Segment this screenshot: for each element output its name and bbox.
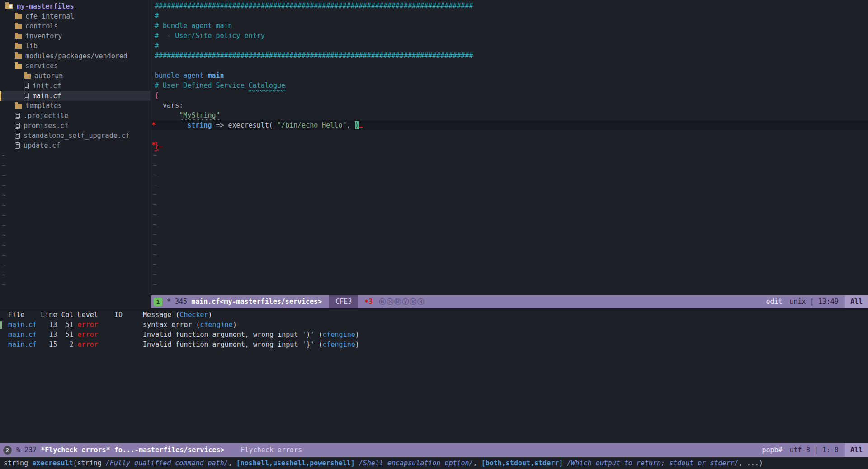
empty-line-tilde: ~: [0, 220, 151, 230]
empty-line-tilde: ~: [0, 180, 151, 190]
emacs-frame: my-masterfiles cfe_internalcontrolsinven…: [0, 0, 868, 469]
scroll-position-indicator: All: [845, 443, 868, 457]
error-message: syntax error (: [143, 321, 200, 329]
tree-item-promises-cf[interactable]: promises.cf: [0, 121, 151, 131]
major-mode-indicator[interactable]: Flycheck errors: [241, 446, 302, 454]
error-checker: cfengine: [200, 321, 233, 329]
tree-item-modules-packages-vendored[interactable]: modules/packages/vendored: [0, 51, 151, 61]
error-checker: cfengine: [322, 341, 355, 349]
code-segment: ,: [228, 459, 236, 467]
tree-item-autorun[interactable]: autorun: [0, 71, 151, 81]
tree-item-inventory[interactable]: inventory: [0, 31, 151, 41]
flycheck-error-row[interactable]: main.cf 13 51 error Invalid function arg…: [0, 330, 868, 340]
tree-item-cfe-internal[interactable]: cfe_internal: [0, 11, 151, 21]
tree-item-label: .projectile: [24, 111, 68, 121]
empty-line-tilde: ~: [0, 280, 151, 290]
buffer-state-indicator: % 237: [16, 446, 37, 454]
empty-line-tilde: ~: [151, 240, 868, 250]
editor-line-14[interactable]: [151, 130, 868, 140]
empty-line-tilde: ~: [151, 160, 868, 170]
code-segment: [563, 459, 567, 467]
folder-icon: [15, 44, 22, 49]
encoding-and-position: unix | 13:49: [790, 298, 839, 306]
editor-line-13[interactable]: * string => execresult( "/bin/echo Hello…: [151, 120, 868, 130]
flycheck-error-rows: main.cf 13 51 error syntax error (cfengi…: [0, 320, 868, 350]
code-segment: # User Defined Service: [155, 81, 249, 90]
buffer-name: main.cf<my-masterfiles/services>: [191, 298, 322, 306]
tree-item-controls[interactable]: controls: [0, 21, 151, 31]
tree-root-item[interactable]: my-masterfiles: [0, 1, 151, 11]
empty-line-tilde: ~: [151, 250, 868, 260]
tree-item-lib[interactable]: lib: [0, 41, 151, 51]
tree-item-init-cf[interactable]: init.cf: [0, 81, 151, 91]
editor-line-12[interactable]: "MyString": [151, 110, 868, 120]
empty-line-tilde: ~: [0, 240, 151, 250]
empty-line-tilde: ~: [0, 260, 151, 270]
error-file: main.cf: [0, 341, 37, 349]
editor-line-7[interactable]: [151, 61, 868, 71]
checker-column-header: Checker: [179, 311, 208, 319]
editor-line-5[interactable]: #: [151, 41, 868, 51]
code-segment: string: [187, 121, 212, 129]
tree-item-label: controls: [25, 21, 58, 31]
code-segment: vars:: [155, 101, 183, 109]
code-segment: # - User/Site policy entry: [155, 32, 265, 40]
folder-icon: [15, 14, 22, 19]
editor-line-11[interactable]: vars:: [151, 100, 868, 110]
file-tree-sidebar: my-masterfiles cfe_internalcontrolsinven…: [0, 0, 151, 308]
code-segment: /Which output to return; stdout or stder…: [567, 459, 738, 467]
editor-window[interactable]: ########################################…: [151, 0, 868, 295]
tree-item-services[interactable]: services: [0, 61, 151, 71]
editor-line-4[interactable]: # - User/Site policy entry: [151, 31, 868, 41]
editor-line-2[interactable]: #: [151, 11, 868, 21]
error-position: 15 2: [37, 341, 77, 349]
empty-line-tilde: ~: [151, 200, 868, 210]
code-segment: [155, 111, 179, 119]
code-segment: ########################################…: [155, 2, 473, 10]
editor-line-15[interactable]: *}: [151, 140, 868, 150]
tree-item-update-cf[interactable]: update.cf: [0, 141, 151, 151]
error-message: Invalid function argument, wrong input '…: [143, 341, 322, 349]
tree-item-main-cf[interactable]: main.cf: [0, 91, 151, 101]
editor-line-6[interactable]: ########################################…: [151, 51, 868, 61]
empty-line-tilde: ~: [0, 161, 151, 171]
error-level: error: [78, 321, 98, 329]
editor-line-1[interactable]: ########################################…: [151, 1, 868, 11]
project-root-label: my-masterfiles: [17, 1, 74, 11]
flycheck-window-modeline: 2 % 237 *Flycheck errors* fo...-masterfi…: [0, 443, 868, 457]
empty-line-tilde: ~: [0, 210, 151, 220]
flycheck-header-row: File Line Col Level ID Message (Checker): [0, 310, 868, 320]
code-segment: execresult: [32, 459, 73, 467]
tree-empty-lines: ~~~~~~~~~~~~~~: [0, 151, 151, 290]
error-message: Invalid function argument, wrong input '…: [143, 331, 322, 339]
tree-item--projectile[interactable]: .projectile: [0, 111, 151, 121]
flycheck-error-count[interactable]: •3: [364, 298, 373, 306]
tree-item-label: services: [25, 61, 58, 71]
buffer-name: *Flycheck errors* fo...-masterfiles/serv…: [41, 446, 224, 454]
error-underline-mark: [159, 141, 163, 147]
empty-line-tilde: ~: [0, 230, 151, 240]
code-segment: main: [208, 71, 224, 80]
tree-item-label: inventory: [25, 31, 62, 41]
flycheck-error-row[interactable]: main.cf 13 51 error syntax error (cfengi…: [0, 320, 868, 330]
list-cursor-bar: [0, 321, 2, 329]
tree-item-label: update.cf: [24, 141, 60, 151]
code-segment: #: [155, 12, 159, 20]
major-mode-indicator[interactable]: CFE3: [329, 295, 358, 308]
editor-line-10[interactable]: {: [151, 90, 868, 100]
code-segment: [355, 459, 359, 467]
flycheck-error-row[interactable]: main.cf 15 2 error Invalid function argu…: [0, 340, 868, 350]
error-file: main.cf: [0, 321, 37, 329]
code-segment: (string: [73, 459, 106, 467]
editor-line-8[interactable]: bundle agent main: [151, 71, 868, 81]
tree-item-label: autorun: [34, 71, 63, 81]
text-cursor: ): [355, 121, 359, 129]
tree-item-templates[interactable]: templates: [0, 101, 151, 111]
code-segment: # bundle agent main: [155, 22, 232, 30]
editor-line-3[interactable]: # bundle agent main: [151, 21, 868, 31]
editor-line-9[interactable]: # User Defined Service Catalogue: [151, 81, 868, 90]
tree-item-standalone-self-upgrade-cf[interactable]: standalone_self_upgrade.cf: [0, 131, 151, 141]
minor-mode-icons: ⓐⓢⓟⓨⓚⓢ: [379, 298, 425, 306]
popup-buffer-tag: popb#: [762, 446, 782, 454]
code-segment: Catalogue: [249, 81, 285, 90]
